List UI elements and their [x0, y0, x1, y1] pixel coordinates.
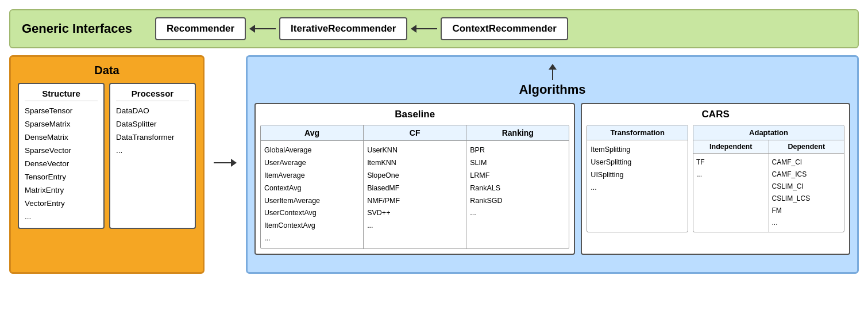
independent-header: Independent — [693, 140, 769, 154]
arrowhead-left-icon — [249, 25, 255, 33]
baseline-box: Baseline Avg GlobalAverageUserAverageIte… — [254, 103, 575, 255]
ranking-header: Ranking — [466, 125, 569, 141]
processor-content: DataDAODataSplitterDataTransformer... — [116, 105, 189, 158]
cf-content: UserKNNItemKNNSlopeOneBiasedMFNMF/PMFSVD… — [364, 141, 466, 236]
adaptation-header: Adaptation — [693, 125, 844, 140]
algo-inner: Baseline Avg GlobalAverageUserAverageIte… — [254, 103, 850, 255]
cars-title: CARS — [587, 109, 844, 120]
context-recommender-box: ContextRecommender — [441, 17, 568, 40]
data-to-algo-arrow — [214, 55, 237, 167]
dependent-content: CAMF_CICAMF_ICSCSLIM_CICSLIM_LCSFM... — [769, 154, 844, 232]
avg-content: GlobalAverageUserAverageItemAverageConte… — [261, 141, 363, 248]
avg-header: Avg — [261, 125, 363, 141]
ranking-column: Ranking BPRSLIMLRMFRankALSRankSGD... — [466, 125, 569, 248]
cf-header: CF — [364, 125, 466, 141]
dependent-column: Dependent CAMF_CICAMF_ICSCSLIM_CICSLIM_L… — [769, 140, 844, 232]
algorithms-title: Algorithms — [254, 82, 850, 97]
data-inner: Structure SparseTensorSparseMatrixDenseM… — [18, 83, 196, 229]
ranking-content: BPRSLIMLRMFRankALSRankSGD... — [466, 141, 569, 223]
adaptation-box: Adaptation Independent TF... — [693, 125, 844, 232]
arrowhead-up-icon — [549, 64, 557, 70]
arrowhead-left-icon-2 — [411, 25, 416, 33]
recommender-box: Recommender — [155, 17, 246, 40]
baseline-title: Baseline — [260, 109, 569, 120]
cars-inner: Transformation ItemSplittingUserSplittin… — [587, 125, 844, 232]
transformation-header: Transformation — [587, 125, 688, 140]
iterative-recommender-box: IterativeRecommender — [279, 17, 407, 40]
independent-column: Independent TF... — [693, 140, 769, 232]
arrow-line-2 — [416, 28, 437, 29]
avg-column: Avg GlobalAverageUserAverageItemAverageC… — [261, 125, 364, 248]
cars-box: CARS Transformation ItemSplittingUserSpl… — [581, 103, 850, 255]
structure-box: Structure SparseTensorSparseMatrixDenseM… — [18, 83, 105, 229]
transformation-content: ItemSplittingUserSplittingUISplitting... — [587, 140, 688, 198]
bottom-row: Data Structure SparseTensorSparseMatrixD… — [9, 55, 859, 274]
arrow-recommender-to-iterative — [249, 25, 276, 33]
processor-box: Processor DataDAODataSplitterDataTransfo… — [109, 83, 196, 229]
transformation-box: Transformation ItemSplittingUserSplittin… — [587, 125, 688, 232]
arrow-line — [255, 28, 276, 29]
h-arrowhead-right-icon — [231, 159, 237, 167]
data-section: Data Structure SparseTensorSparseMatrixD… — [9, 55, 205, 274]
arrow-iterative-to-context — [411, 25, 437, 33]
vertical-line — [552, 70, 553, 80]
baseline-cols: Avg GlobalAverageUserAverageItemAverageC… — [260, 125, 569, 249]
structure-title: Structure — [25, 89, 98, 101]
independent-content: TF... — [693, 154, 769, 183]
structure-content: SparseTensorSparseMatrixDenseMatrixSpars… — [25, 105, 98, 223]
main-container: Generic Interfaces Recommender Iterative… — [9, 9, 859, 274]
generic-interfaces-section: Generic Interfaces Recommender Iterative… — [9, 9, 859, 48]
h-arrow-line — [214, 162, 231, 163]
cf-column: CF UserKNNItemKNNSlopeOneBiasedMFNMF/PMF… — [364, 125, 466, 248]
dependent-header: Dependent — [769, 140, 844, 154]
algorithms-section: Algorithms Baseline Avg GlobalAverageUse… — [246, 55, 859, 274]
generic-interfaces-title: Generic Interfaces — [22, 21, 132, 36]
interface-boxes: Recommender IterativeRecommender Context… — [155, 17, 568, 40]
adaptation-inner: Independent TF... Dependent CAMF_C — [693, 140, 844, 232]
processor-title: Processor — [116, 89, 189, 101]
vertical-up-arrow — [549, 64, 557, 80]
horizontal-arrow — [214, 159, 237, 167]
data-title: Data — [18, 64, 196, 77]
